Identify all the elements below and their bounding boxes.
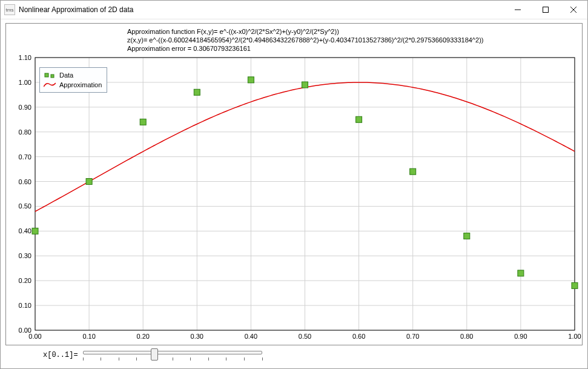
slider-label: x[0..1]= (43, 351, 78, 359)
close-button[interactable] (560, 1, 587, 19)
y-tick-label: 0.30 (19, 252, 31, 259)
x-tick-label: 0.50 (299, 333, 311, 340)
y-tick-label: 0.00 (19, 327, 31, 334)
y-tick-label: 1.10 (19, 54, 31, 61)
legend-data-label: Data (59, 71, 73, 79)
window-controls (504, 1, 587, 19)
slider-groove (83, 351, 262, 354)
x-tick-label: 0.20 (136, 333, 149, 340)
slider-thumb[interactable] (151, 348, 158, 361)
x-slider[interactable] (82, 348, 263, 362)
minimize-button[interactable] (504, 1, 532, 19)
legend-approx-swatch (44, 81, 56, 89)
legend: Data Approximation (39, 67, 107, 93)
data-point (32, 228, 38, 234)
data-point (194, 89, 200, 95)
legend-approx-label: Approximation (59, 81, 102, 88)
legend-data-swatch (44, 71, 56, 79)
data-point (572, 282, 578, 288)
y-tick-label: 0.70 (19, 153, 31, 161)
annotation-line-3: Approximation error = 0.30670793236161 (127, 44, 546, 53)
maximize-icon (543, 7, 549, 13)
x-tick-label: 0.80 (460, 333, 473, 340)
y-tick-label: 1.00 (19, 79, 31, 86)
x-tick-label: 0.40 (245, 333, 257, 340)
annotation-line-1: Approximation function F(x,y)= e^-((x-x0… (127, 27, 546, 36)
chart-frame: 0.000.100.200.300.400.500.600.700.800.90… (5, 23, 583, 345)
x-tick-label: 0.90 (514, 333, 527, 340)
y-tick-label: 0.50 (19, 202, 31, 210)
y-tick-label: 0.40 (19, 227, 31, 234)
data-point (302, 82, 308, 88)
legend-item-data: Data (44, 70, 102, 80)
y-tick-label: 0.90 (19, 104, 31, 111)
y-tick-label: 0.20 (19, 277, 31, 284)
data-point (140, 119, 146, 125)
window-title: Nonlinear Approximation of 2D data (19, 5, 504, 14)
annotation-line-2: z(x,y)= e^-((x-0.600244184565954)^2/(2*0… (127, 36, 546, 44)
minimize-icon (515, 7, 521, 13)
y-tick-label: 0.60 (19, 178, 31, 185)
svg-rect-28 (45, 73, 48, 77)
data-point (464, 233, 470, 239)
data-point (248, 77, 254, 83)
x-tick-label: 1.00 (568, 333, 581, 340)
data-point (518, 270, 524, 276)
app-icon: tms (4, 4, 15, 15)
titlebar: tms Nonlinear Approximation of 2D data (1, 1, 587, 19)
y-tick-label: 0.80 (19, 128, 31, 136)
close-icon (570, 7, 576, 13)
app-window: tms Nonlinear Approximation of 2D data 0… (0, 0, 588, 369)
y-tick-label: 0.10 (19, 302, 31, 309)
data-point (356, 116, 362, 122)
svg-rect-29 (51, 75, 54, 78)
x-tick-label: 0.30 (191, 333, 203, 340)
data-point (410, 168, 416, 175)
x-tick-label: 0.10 (82, 333, 95, 340)
slider-row: x[0..1]= (5, 345, 583, 365)
maximize-button[interactable] (532, 1, 560, 19)
annotation-block: Approximation function F(x,y)= e^-((x-x0… (127, 27, 546, 53)
x-tick-label: 0.70 (406, 333, 419, 340)
x-tick-label: 0.60 (352, 333, 365, 340)
legend-item-approx: Approximation (44, 80, 102, 90)
content-area: 0.000.100.200.300.400.500.600.700.800.90… (1, 19, 587, 368)
svg-rect-1 (543, 7, 549, 13)
data-point (86, 179, 92, 185)
slider-ticks (83, 357, 262, 361)
